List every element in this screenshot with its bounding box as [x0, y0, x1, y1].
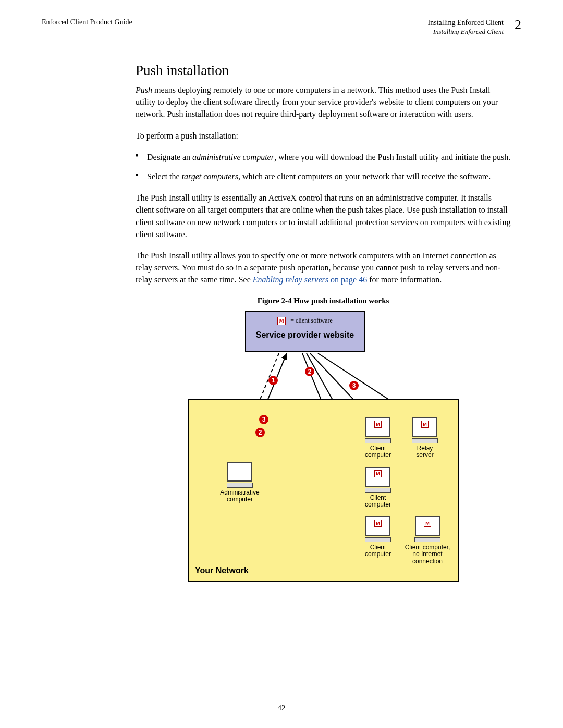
- pc-base-icon: [365, 537, 391, 542]
- chapter-number: 2: [509, 18, 521, 32]
- client-software-icon: M: [374, 520, 382, 527]
- monitor-icon: [227, 462, 252, 482]
- client-software-icon: M: [424, 520, 431, 527]
- pc-base-icon: [412, 438, 438, 443]
- push-term: Push: [136, 85, 152, 94]
- node-label: Client computer: [360, 544, 396, 559]
- step-badge-3b: 3: [259, 415, 268, 424]
- diagram-container: M = client software Service provider web…: [136, 311, 511, 592]
- header-right: Installing Enforced Client Installing En…: [428, 18, 521, 36]
- bullet-text: , which are client computers on your net…: [238, 172, 491, 181]
- intro-text: means deploying remotely to one or more …: [136, 85, 498, 118]
- pc-base-icon: [365, 488, 391, 493]
- legend-text: = client software: [290, 317, 333, 324]
- legend: M = client software: [246, 317, 364, 325]
- bullet-em: administrative computer: [192, 153, 274, 162]
- activex-paragraph: The Push Install utility is essentially …: [136, 192, 511, 240]
- node-label: Administrative computer: [214, 489, 266, 504]
- pc-base-icon: [227, 483, 253, 488]
- node-label: Client computer, no Internet connection: [399, 544, 456, 565]
- relay-text-b: for more information.: [367, 275, 442, 284]
- monitor-icon: M: [365, 467, 390, 487]
- monitor-icon: M: [412, 417, 437, 437]
- page-header: Enforced Client Product Guide Installing…: [42, 18, 521, 36]
- step-badge-2b: 2: [255, 428, 265, 437]
- footer-rule: [42, 699, 521, 699]
- client-computer-node: M Client computer: [360, 516, 396, 559]
- your-network-title: Your Network: [195, 566, 249, 575]
- list-item: Designate an administrative computer, wh…: [136, 151, 511, 163]
- section-heading: Push installation: [136, 63, 511, 79]
- enabling-relay-link[interactable]: Enabling relay servers on page 46: [253, 275, 367, 284]
- monitor-icon: M: [365, 516, 390, 536]
- client-software-icon: M: [374, 470, 382, 477]
- intro-paragraph: Push means deploying remotely to one or …: [136, 84, 511, 120]
- relay-server-node: M Relay server: [407, 417, 443, 460]
- node-label: Client computer: [360, 445, 396, 460]
- client-computer-node: M Client computer: [360, 417, 396, 460]
- monitor-icon: M: [415, 516, 440, 536]
- node-label: Relay server: [407, 445, 443, 460]
- client-computer-node: M Client computer: [360, 467, 396, 509]
- admin-computer-node: Administrative computer: [214, 462, 266, 504]
- spw-title: Service provider website: [246, 330, 364, 340]
- step-badge-1: 1: [268, 376, 278, 385]
- step-badge-3: 3: [349, 381, 359, 390]
- bullet-text: Select the: [147, 172, 182, 181]
- list-item: Select the target computers, which are c…: [136, 170, 511, 182]
- bullet-em: target computers: [182, 172, 238, 181]
- page-number: 42: [0, 704, 563, 712]
- service-provider-box: M = client software Service provider web…: [245, 311, 365, 352]
- client-software-icon: M: [277, 317, 286, 325]
- header-left: Enforced Client Product Guide: [42, 18, 132, 27]
- pc-base-icon: [414, 537, 440, 542]
- header-right-title: Installing Enforced Client: [428, 18, 504, 28]
- bullet-text: , where you will download the Push Insta…: [274, 153, 510, 162]
- monitor-icon: M: [365, 417, 390, 437]
- client-software-icon: M: [421, 421, 429, 428]
- figure-caption: Figure 2-4 How push installation works: [136, 297, 511, 305]
- page: Enforced Client Product Guide Installing…: [0, 0, 563, 728]
- client-software-icon: M: [374, 421, 382, 428]
- push-install-diagram: M = client software Service provider web…: [188, 311, 459, 592]
- bullet-text: Designate an: [147, 153, 192, 162]
- no-internet-node: M Client computer, no Internet connectio…: [399, 516, 456, 565]
- steps-list: Designate an administrative computer, wh…: [136, 151, 511, 182]
- step-badge-2: 2: [305, 367, 314, 376]
- pc-base-icon: [365, 438, 391, 443]
- header-right-subtitle: Installing Enforced Client: [428, 28, 504, 36]
- relay-paragraph: The Push Install utility allows you to s…: [136, 250, 511, 286]
- node-label: Client computer: [360, 495, 396, 509]
- content-area: Push installation Push means deploying r…: [136, 63, 511, 591]
- perform-intro: To perform a push installation:: [136, 130, 511, 142]
